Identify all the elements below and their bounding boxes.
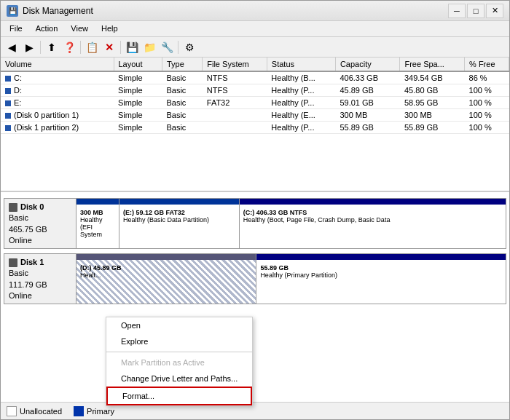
toolbar-separator-3 <box>120 41 121 54</box>
table-cell: 100 % <box>465 97 509 109</box>
table-cell: NTFS <box>203 71 267 84</box>
toolbar-separator-2 <box>80 41 81 54</box>
volume-icon <box>5 76 11 82</box>
table-cell: Simple <box>114 109 162 122</box>
back-button[interactable]: ◀ <box>4 39 20 55</box>
menu-view[interactable]: View <box>65 23 94 35</box>
minimize-button[interactable]: ─ <box>448 4 466 18</box>
disk1-partition-d[interactable]: (D:) 45.89 GB Healt... <box>76 254 256 304</box>
menu-bar: File Action View Help <box>1 21 509 37</box>
table-cell: 58.95 GB <box>400 97 465 109</box>
disk1-partitions: (D:) 45.89 GB Healt... 55.89 GB Healthy … <box>76 253 506 304</box>
close-button[interactable]: ✕ <box>486 4 503 18</box>
col-filesystem[interactable]: File System <box>203 58 267 71</box>
table-row[interactable]: (Disk 1 partition 2)SimpleBasicHealthy (… <box>1 122 509 134</box>
col-type[interactable]: Type <box>162 58 202 71</box>
volume-icon <box>5 100 11 106</box>
table-cell: Healthy (B... <box>267 71 335 84</box>
title-bar-left: 💾 Disk Management <box>7 5 93 17</box>
disk1-label: Disk 1 Basic 111.79 GB Online <box>4 253 76 304</box>
volume-icon <box>5 125 11 131</box>
table-row[interactable]: D:SimpleBasicNTFSHealthy (P...45.89 GB45… <box>1 84 509 97</box>
settings-button[interactable]: 📁 <box>141 39 157 55</box>
table-cell: 100 % <box>465 109 509 122</box>
table-cell: 45.89 GB <box>335 84 400 97</box>
table-cell: 55.89 GB <box>335 122 400 134</box>
ctx-explore[interactable]: Explore <box>106 333 252 349</box>
col-volume[interactable]: Volume <box>1 58 114 71</box>
window-title: Disk Management <box>23 6 93 16</box>
col-capacity[interactable]: Capacity <box>335 58 400 71</box>
title-buttons: ─ □ ✕ <box>448 4 503 18</box>
properties-button[interactable]: 📋 <box>84 39 100 55</box>
toolbar-separator-1 <box>40 41 41 54</box>
up-button[interactable]: ⬆ <box>44 39 60 55</box>
table-cell: 349.54 GB <box>400 71 465 84</box>
refresh-button[interactable]: ✕ <box>101 39 117 55</box>
col-status[interactable]: Status <box>267 58 335 71</box>
table-cell: 86 % <box>465 71 509 84</box>
more-button[interactable]: ⚙ <box>181 39 197 55</box>
table-cell: 300 MB <box>335 109 400 122</box>
maximize-button[interactable]: □ <box>467 4 484 18</box>
ctx-separator-1 <box>106 352 252 352</box>
legend-unallocated-label: Unallocated <box>20 407 62 416</box>
tool-button[interactable]: 🔧 <box>159 39 175 55</box>
help-button[interactable]: ❓ <box>61 39 77 55</box>
table-cell: Basic <box>162 84 202 97</box>
legend-primary-box <box>74 406 84 416</box>
table-cell: Basic <box>162 97 202 109</box>
table-cell: E: <box>1 97 114 109</box>
legend-area: Unallocated Primary <box>1 402 509 419</box>
format-button[interactable]: 💾 <box>124 39 140 55</box>
table-row[interactable]: (Disk 0 partition 1)SimpleBasicHealthy (… <box>1 109 509 122</box>
legend-primary-label: Primary <box>87 407 114 416</box>
table-cell: Healthy (P... <box>267 97 335 109</box>
col-pctfree[interactable]: % Free <box>465 58 509 71</box>
ctx-open[interactable]: Open <box>106 317 252 333</box>
table-cell: Simple <box>114 84 162 97</box>
disk0-partition-efi[interactable]: 300 MB Healthy (EFI System <box>76 199 119 248</box>
table-cell: 300 MB <box>400 109 465 122</box>
legend-unallocated-box <box>7 406 17 416</box>
table-cell: (Disk 0 partition 1) <box>1 109 114 122</box>
menu-help[interactable]: Help <box>95 23 124 35</box>
menu-file[interactable]: File <box>4 23 28 35</box>
table-cell: Simple <box>114 122 162 134</box>
menu-action[interactable]: Action <box>30 23 64 35</box>
ctx-mark-active: Mark Partition as Active <box>106 354 252 371</box>
table-cell: C: <box>1 71 114 84</box>
title-bar: 💾 Disk Management ─ □ ✕ <box>1 1 509 21</box>
table-cell: Basic <box>162 109 202 122</box>
disk0-partition-c[interactable]: (C:) 406.33 GB NTFS Healthy (Boot, Page … <box>240 199 506 248</box>
toolbar-separator-4 <box>178 41 178 54</box>
ctx-change-drive[interactable]: Change Drive Letter and Paths... <box>106 371 252 387</box>
table-cell: 55.89 GB <box>400 122 465 134</box>
disk1-partition-2[interactable]: 55.89 GB Healthy (Primary Partition) <box>256 254 506 304</box>
volume-table-area: Volume Layout Type File System Status Ca… <box>1 58 509 192</box>
col-layout[interactable]: Layout <box>114 58 162 71</box>
volume-icon <box>5 88 11 94</box>
table-cell <box>203 109 267 122</box>
main-window: 💾 Disk Management ─ □ ✕ File Action View… <box>0 0 510 420</box>
table-cell: 100 % <box>465 122 509 134</box>
table-cell: Simple <box>114 97 162 109</box>
ctx-format[interactable]: Format... <box>106 387 252 405</box>
table-cell: 100 % <box>465 84 509 97</box>
volume-icon <box>5 113 11 119</box>
forward-button[interactable]: ▶ <box>21 39 37 55</box>
disk0-row: Disk 0 Basic 465.75 GB Online 300 MB Hea… <box>4 198 506 249</box>
table-row[interactable]: C:SimpleBasicNTFSHealthy (B...406.33 GB3… <box>1 71 509 84</box>
disk0-partition-e[interactable]: (E:) 59.12 GB FAT32 Healthy (Basic Data … <box>119 199 240 248</box>
disk0-partitions: 300 MB Healthy (EFI System (E:) 59.12 GB… <box>76 198 506 249</box>
table-cell: 59.01 GB <box>335 97 400 109</box>
table-cell: Healthy (E... <box>267 109 335 122</box>
table-header-row: Volume Layout Type File System Status Ca… <box>1 58 509 71</box>
table-row[interactable]: E:SimpleBasicFAT32Healthy (P...59.01 GB5… <box>1 97 509 109</box>
table-cell: Healthy (P... <box>267 84 335 97</box>
disk-view-area: Disk 0 Basic 465.75 GB Online 300 MB Hea… <box>1 192 509 402</box>
table-cell <box>203 122 267 134</box>
col-freespace[interactable]: Free Spa... <box>400 58 465 71</box>
table-cell: Basic <box>162 71 202 84</box>
toolbar: ◀ ▶ ⬆ ❓ 📋 ✕ 💾 📁 🔧 ⚙ <box>1 37 509 58</box>
